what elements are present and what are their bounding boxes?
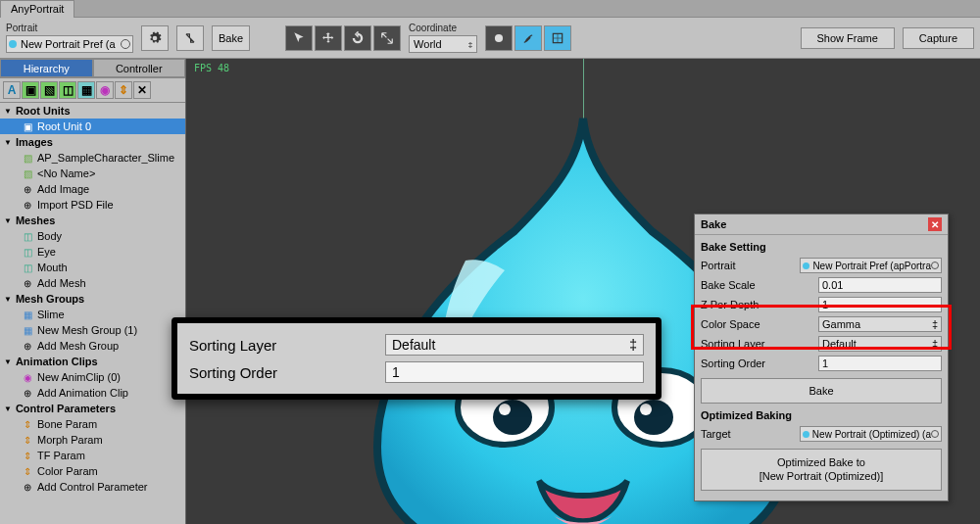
tab-hierarchy[interactable]: Hierarchy bbox=[0, 59, 93, 77]
section-anim-clips[interactable]: Animation Clips bbox=[0, 354, 185, 369]
item-image-sample[interactable]: ▧AP_SampleCharacter_Slime bbox=[0, 150, 185, 166]
coordinate-label: Coordinate bbox=[409, 23, 477, 33]
svg-point-5 bbox=[634, 400, 673, 435]
plus-icon: ⊕ bbox=[22, 277, 33, 289]
rotate-tool[interactable] bbox=[344, 25, 371, 51]
root-icon: ▣ bbox=[22, 120, 33, 132]
item-cp-tf[interactable]: ⇕TF Param bbox=[0, 448, 185, 463]
item-cp-color[interactable]: ⇕Color Param bbox=[0, 463, 185, 479]
coordinate-dropdown[interactable]: World ‡ bbox=[409, 35, 477, 53]
param-icon: ⇕ bbox=[22, 418, 33, 430]
svg-point-0 bbox=[495, 33, 503, 41]
item-add-mesh[interactable]: ⊕Add Mesh bbox=[0, 275, 185, 291]
bake-button[interactable]: Bake bbox=[212, 25, 250, 51]
z-per-depth-label: Z Per Depth bbox=[701, 299, 818, 310]
filter-root-icon[interactable]: ▣ bbox=[22, 81, 39, 99]
filter-image-icon[interactable]: ▧ bbox=[40, 81, 58, 99]
section-control-params[interactable]: Control Parameters bbox=[0, 401, 185, 416]
view-tools bbox=[485, 25, 571, 51]
z-per-depth-input[interactable] bbox=[818, 297, 942, 312]
select-tool[interactable] bbox=[285, 25, 313, 51]
item-mg-slime[interactable]: ▦Slime bbox=[0, 307, 185, 322]
item-cp-morph[interactable]: ⇕Morph Param bbox=[0, 432, 185, 448]
zoom-sorting-layer-dropdown[interactable]: Default‡ bbox=[385, 334, 644, 356]
chevron-down-icon: ‡ bbox=[932, 338, 938, 350]
bake-scale-label: Bake Scale bbox=[701, 279, 818, 291]
item-add-anim[interactable]: ⊕Add Animation Clip bbox=[0, 385, 185, 401]
item-mesh-mouth[interactable]: ◫Mouth bbox=[0, 260, 185, 275]
item-image-noname[interactable]: ▧<No Name> bbox=[0, 166, 185, 181]
section-root-units[interactable]: Root Units bbox=[0, 103, 185, 119]
target-field[interactable]: New Portrait (Optimized) (a bbox=[800, 426, 942, 442]
bake-action-button[interactable]: Bake bbox=[701, 378, 942, 404]
onion-button[interactable] bbox=[485, 25, 513, 51]
item-import-psd[interactable]: ⊕Import PSD File bbox=[0, 197, 185, 213]
portrait-label: Portrait bbox=[6, 23, 133, 33]
bake-dialog-title: Bake bbox=[701, 218, 726, 230]
object-picker-icon[interactable] bbox=[931, 430, 939, 438]
item-mesh-eye[interactable]: ◫Eye bbox=[0, 244, 185, 260]
filter-a-icon[interactable]: A bbox=[3, 81, 21, 99]
fps-counter: FPS 48 bbox=[194, 63, 229, 73]
left-panel: Hierarchy Controller A ▣ ▧ ◫ ▦ ◉ ⇕ ✕ Roo… bbox=[0, 59, 186, 524]
image-icon: ▧ bbox=[22, 152, 33, 164]
object-picker-icon[interactable] bbox=[121, 39, 130, 49]
bake-portrait-field[interactable]: New Portrait Pref (apPortra bbox=[800, 258, 942, 273]
tab-bar: AnyPortrait bbox=[0, 0, 980, 18]
sorting-layer-dropdown[interactable]: Default‡ bbox=[818, 336, 942, 352]
tab-controller[interactable]: Controller bbox=[93, 59, 186, 77]
filter-anim-icon[interactable]: ◉ bbox=[96, 81, 114, 99]
color-space-label: Color Space bbox=[701, 318, 818, 330]
plus-icon: ⊕ bbox=[22, 199, 33, 211]
item-cp-bone[interactable]: ⇕Bone Param bbox=[0, 416, 185, 432]
svg-point-6 bbox=[499, 404, 511, 415]
filter-close-icon[interactable]: ✕ bbox=[133, 81, 151, 99]
zoom-callout: Sorting Layer Default‡ Sorting Order bbox=[172, 317, 662, 400]
meshgroup-icon: ▦ bbox=[22, 324, 33, 336]
bone-view-button[interactable] bbox=[514, 25, 542, 51]
move-tool[interactable] bbox=[315, 25, 342, 51]
portrait-value: New Portrait Pref (a bbox=[21, 38, 121, 50]
section-meshes[interactable]: Meshes bbox=[0, 213, 185, 228]
open-button[interactable] bbox=[176, 25, 204, 51]
color-space-dropdown[interactable]: Gamma‡ bbox=[818, 316, 942, 332]
chevron-down-icon: ‡ bbox=[932, 318, 938, 330]
sorting-order-input[interactable] bbox=[818, 356, 942, 371]
top-toolbar: Portrait New Portrait Pref (a Bake Coord… bbox=[0, 18, 980, 59]
item-mg-new[interactable]: ▦New Mesh Group (1) bbox=[0, 322, 185, 338]
optimized-bake-button[interactable]: Optimized Bake to [New Portrait (Optimiz… bbox=[701, 449, 942, 491]
filter-mesh-icon[interactable]: ◫ bbox=[59, 81, 76, 99]
item-root-unit-0[interactable]: ▣Root Unit 0 bbox=[0, 119, 185, 134]
object-picker-icon[interactable] bbox=[931, 262, 939, 269]
scale-tool[interactable] bbox=[373, 25, 401, 51]
show-frame-button[interactable]: Show Frame bbox=[801, 27, 895, 49]
item-add-mg[interactable]: ⊕Add Mesh Group bbox=[0, 338, 185, 354]
plus-icon: ⊕ bbox=[22, 340, 33, 352]
plus-icon: ⊕ bbox=[22, 481, 33, 493]
param-icon: ⇕ bbox=[22, 434, 33, 446]
capture-button[interactable]: Capture bbox=[903, 27, 974, 49]
item-add-cp[interactable]: ⊕Add Control Parameter bbox=[0, 479, 185, 495]
mesh-icon: ◫ bbox=[22, 246, 33, 258]
portrait-object-field[interactable]: New Portrait Pref (a bbox=[6, 35, 133, 53]
close-icon[interactable]: ✕ bbox=[928, 217, 942, 231]
item-anim-new[interactable]: ◉New AnimClip (0) bbox=[0, 369, 185, 385]
section-images[interactable]: Images bbox=[0, 134, 185, 150]
item-add-image[interactable]: ⊕Add Image bbox=[0, 181, 185, 197]
param-icon: ⇕ bbox=[22, 450, 33, 461]
mesh-icon: ◫ bbox=[22, 262, 33, 273]
bake-setting-heading: Bake Setting bbox=[701, 241, 942, 253]
sorting-layer-label: Sorting Layer bbox=[701, 338, 818, 350]
svg-point-4 bbox=[493, 400, 532, 435]
filter-param-icon[interactable]: ⇕ bbox=[115, 81, 132, 99]
filter-meshgroup-icon[interactable]: ▦ bbox=[77, 81, 95, 99]
settings-button[interactable] bbox=[141, 25, 169, 51]
prefab-icon bbox=[9, 40, 17, 48]
bake-scale-input[interactable] bbox=[818, 277, 942, 293]
section-mesh-groups[interactable]: Mesh Groups bbox=[0, 291, 185, 307]
item-mesh-body[interactable]: ◫Body bbox=[0, 228, 185, 244]
zoom-sorting-order-input[interactable] bbox=[385, 361, 644, 383]
mesh-view-button[interactable] bbox=[544, 25, 571, 51]
window-tab[interactable]: AnyPortrait bbox=[0, 0, 74, 18]
anim-icon: ◉ bbox=[22, 371, 33, 383]
